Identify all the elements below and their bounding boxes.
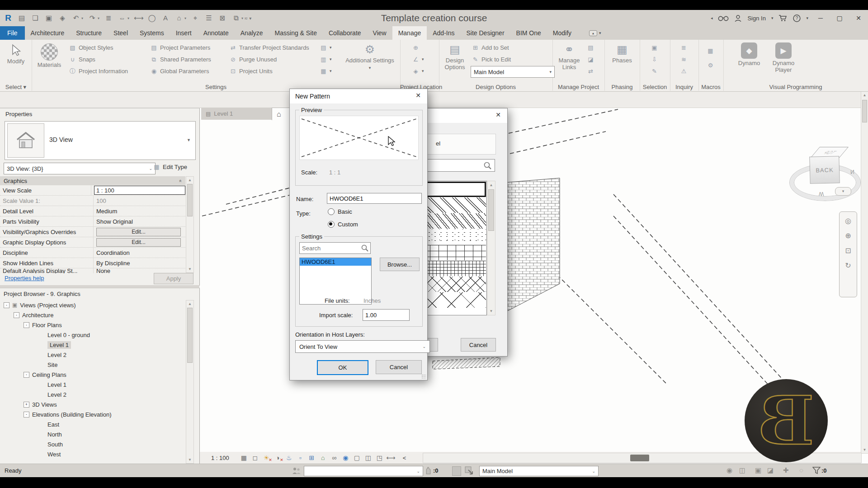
- sync-icon[interactable]: ◈: [58, 10, 67, 26]
- section-icon[interactable]: ⌖: [191, 10, 200, 26]
- close-icon[interactable]: ✕: [413, 92, 424, 101]
- decal-types-button[interactable]: [587, 54, 594, 65]
- property-row[interactable]: Visibility/Graphics OverridesEdit...: [0, 227, 185, 237]
- object-styles-button[interactable]: Object Styles: [69, 42, 113, 53]
- scroll-up-icon[interactable]: ▲: [186, 302, 193, 306]
- ok-button[interactable]: OK: [317, 360, 368, 375]
- canvas-vertical-scrollbar[interactable]: ▲ ▼: [861, 91, 868, 454]
- measure-icon[interactable]: ⇔: [118, 10, 127, 26]
- mep-settings-dropdown[interactable]: ▾: [320, 54, 332, 65]
- rewind-icon[interactable]: ↻: [845, 261, 851, 270]
- switch-windows-icon[interactable]: ⧉: [231, 10, 241, 26]
- close-button[interactable]: ✕: [852, 14, 865, 22]
- warnings-button[interactable]: [680, 66, 688, 76]
- materials-button[interactable]: Materials: [34, 43, 64, 68]
- displaced-elements-icon[interactable]: ◳: [374, 454, 385, 461]
- status-design-option-select[interactable]: Main Model⌄: [479, 466, 599, 476]
- browser-scroll-thumb[interactable]: [187, 308, 193, 363]
- select-underlay-icon[interactable]: ▣: [755, 466, 761, 474]
- manage-links-button[interactable]: ⚭ Manage Links: [555, 42, 583, 70]
- active-design-option-select[interactable]: Main Model▾: [471, 66, 555, 78]
- fill-patterns-cancel-button[interactable]: Cancel: [461, 338, 496, 352]
- properties-scroll-thumb[interactable]: [187, 184, 193, 216]
- tab-analyze[interactable]: Analyze: [235, 26, 269, 40]
- import-scale-input[interactable]: [363, 309, 410, 321]
- tree-item-floor-plans[interactable]: -Floor Plans: [0, 320, 184, 330]
- search-icon[interactable]: [361, 244, 369, 252]
- purge-unused-button[interactable]: Purge Unused: [229, 54, 277, 65]
- shadows-icon[interactable]: ◑: [272, 454, 283, 461]
- scroll-up-icon[interactable]: ▲: [861, 93, 868, 97]
- edit-type-button[interactable]: ▦ Edit Type: [153, 163, 187, 171]
- crop-region-icon[interactable]: ⊞: [306, 454, 317, 461]
- search-binoculars-icon[interactable]: [718, 14, 729, 22]
- global-parameters-button[interactable]: Global Parameters: [150, 66, 209, 76]
- worksets-icon[interactable]: [292, 467, 301, 475]
- tree-item-3d-views[interactable]: +3D Views: [0, 399, 184, 409]
- tab-manage[interactable]: Manage: [392, 26, 427, 40]
- aligned-dimension-icon[interactable]: ⟷: [134, 10, 143, 26]
- help-icon[interactable]: ?: [793, 14, 801, 22]
- restore-button[interactable]: ▢: [833, 14, 846, 22]
- settings-search-input[interactable]: [299, 242, 371, 254]
- scroll-up-icon[interactable]: ▲: [186, 178, 193, 182]
- view-selector-combo[interactable]: 3D View: {3D}⌄: [4, 163, 156, 174]
- close-hidden-windows-icon[interactable]: ⊠: [218, 10, 227, 26]
- tab-site-designer[interactable]: Site Designer: [461, 26, 510, 40]
- default-3d-view-icon[interactable]: ⌂: [175, 10, 184, 26]
- undo-icon[interactable]: ↶: [71, 10, 80, 26]
- shared-parameters-button[interactable]: Shared Parameters: [150, 54, 211, 65]
- scroll-down-icon[interactable]: ▼: [487, 309, 495, 313]
- steering-wheel-icon[interactable]: ◎: [845, 216, 851, 225]
- tab-modify[interactable]: Modify: [547, 26, 577, 40]
- redo-dropdown-icon[interactable]: ▾: [98, 16, 99, 20]
- properties-header[interactable]: Properties: [0, 108, 199, 119]
- pattern-scroll-thumb[interactable]: [488, 189, 494, 231]
- project-icon[interactable]: ▤: [17, 10, 26, 26]
- text-icon[interactable]: A: [161, 10, 170, 26]
- zoom-region-icon[interactable]: ⊡: [845, 246, 851, 255]
- snaps-button[interactable]: Snaps: [69, 54, 95, 65]
- property-row[interactable]: View Scale1 : 100: [0, 185, 185, 196]
- project-parameters-button[interactable]: Project Parameters: [150, 42, 210, 53]
- position-dropdown[interactable]: ▾: [412, 66, 424, 76]
- tree-item-ceiling-level-1[interactable]: Level 1: [0, 380, 184, 389]
- property-row[interactable]: Detail LevelMedium: [0, 206, 185, 216]
- crop-view-icon[interactable]: ▫: [295, 454, 306, 461]
- drag-on-selection-icon[interactable]: ◌: [799, 466, 803, 474]
- tab-steel[interactable]: Steel: [108, 26, 134, 40]
- tree-item-level-1[interactable]: Level 1: [0, 340, 184, 350]
- save-selection-button[interactable]: [651, 42, 658, 53]
- print-icon[interactable]: ≣: [104, 10, 113, 26]
- properties-help-link[interactable]: Properties help: [5, 275, 44, 282]
- type-custom-radio[interactable]: Custom: [328, 221, 358, 228]
- collapse-section-icon[interactable]: »: [178, 179, 183, 182]
- edit-selection-button[interactable]: [651, 66, 658, 76]
- viewbar-collapse-arrow[interactable]: <: [403, 455, 406, 461]
- switch-windows-dropdown-icon[interactable]: ▾: [241, 16, 243, 20]
- customize-qat-icon[interactable]: ≂ ▾: [244, 16, 251, 21]
- manage-images-button[interactable]: [587, 42, 594, 53]
- sign-in-link[interactable]: Sign In: [747, 15, 765, 22]
- select-by-id-button[interactable]: [680, 54, 688, 65]
- browser-scrollbar[interactable]: ▲ ▼: [186, 300, 194, 464]
- tree-item-architecture[interactable]: -Architecture: [0, 310, 184, 320]
- 3d-view-dropdown-icon[interactable]: ▾: [184, 16, 186, 20]
- property-row[interactable]: Show Hidden LinesBy Discipline: [0, 258, 185, 268]
- reveal-hidden-elements-icon[interactable]: ◉: [340, 454, 351, 461]
- transfer-project-standards-button[interactable]: Transfer Project Standards: [229, 42, 309, 53]
- minimize-button[interactable]: ─: [814, 14, 827, 22]
- starting-view-button[interactable]: [587, 66, 594, 76]
- structural-settings-dropdown[interactable]: ▾: [320, 42, 332, 53]
- new-pattern-title-bar[interactable]: New Pattern: [290, 89, 427, 103]
- select-links-icon[interactable]: ◫: [739, 466, 745, 474]
- viewcube-front-face[interactable]: BACK: [809, 156, 840, 184]
- additional-settings-button[interactable]: ⚙ Additional Settings▾: [343, 42, 397, 71]
- dynamo-button[interactable]: ◆ Dynamo: [733, 42, 765, 66]
- tab-architecture[interactable]: Architecture: [25, 26, 71, 40]
- design-options-pick-icon[interactable]: [465, 466, 473, 475]
- vg-overrides-edit-button[interactable]: Edit...: [96, 228, 181, 236]
- revit-logo-icon[interactable]: R: [4, 10, 13, 26]
- select-by-face-icon[interactable]: ✚: [783, 466, 789, 474]
- save-icon[interactable]: ▣: [44, 10, 53, 26]
